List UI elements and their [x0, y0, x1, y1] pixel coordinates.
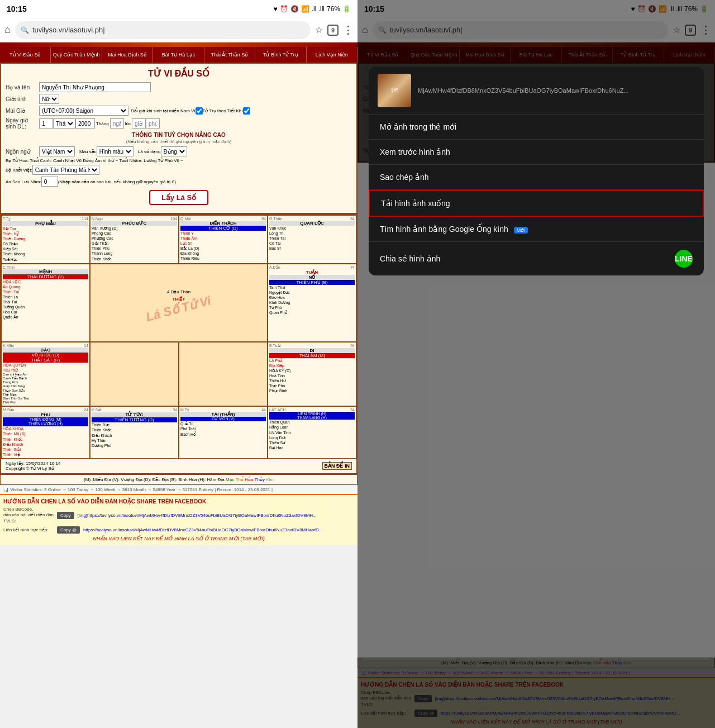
link-label: Liên kết hình trực tiếp:	[3, 527, 54, 532]
form-row-hoten: Họ và tên	[6, 82, 352, 92]
home-icon-left[interactable]: ⌂	[4, 24, 11, 36]
bookmark-icon-left[interactable]: ☆	[315, 25, 323, 35]
url-box-left[interactable]: 🔍 tuvilyso.vn/lasotuvi.ph|	[15, 21, 311, 39]
more-icon-left[interactable]: ⋮	[343, 24, 353, 36]
visitor-text-left: 📊 Visitor Statistics: 3 Online → 100 Tod…	[3, 487, 273, 492]
cell-phucduc: N.Ngo104 PHÚC ĐỨC Văn Xương (D)Phong Cáo…	[90, 215, 179, 264]
browser-bar-left[interactable]: ⌂ 🔍 tuvilyso.vn/lasotuvi.ph| ☆ 9 ⋮	[0, 18, 358, 42]
center-cell-cont1	[90, 342, 179, 407]
center-cell: 4.Dậu Thân THIẾT Lá Số Tử Vi	[90, 264, 268, 342]
cell-di: B.Tuất64 DI THÁI ÂM (M) LÁ PhủĐịa Kiếp H…	[268, 342, 356, 407]
bokhoiviet-label: Bộ Khởi Việt:	[6, 168, 32, 173]
ornament-bar-top-left	[0, 42, 358, 47]
cell-no: A.Dậu74 TUẦN NỔ THIÊN PHỤ (B) Tam ThaiNg…	[268, 264, 356, 342]
form-area-left: TỬ VI ĐẦU SỐ Họ và tên Giới tính Nữ Múi …	[0, 63, 358, 214]
mausac-select[interactable]: Hình màu	[97, 146, 134, 156]
hoten-input[interactable]	[39, 82, 151, 92]
guide-link-row: Liên kết hình trực tiếp: Copy @ https://…	[3, 526, 354, 534]
tutru-checkbox2[interactable]	[243, 107, 250, 115]
gioi-label: Giới tính	[6, 96, 39, 102]
ansao-input[interactable]	[41, 177, 58, 187]
nav-item-battu[interactable]: Bát Tự Hà Lạc	[153, 47, 204, 63]
zodiac-grid-left: T.Tỵ114 PHỤ MẪU Bắt ToaThiên HỷThiếu Dươ…	[0, 214, 358, 474]
context-menu-url-text: MjAwMHw4fDIzfDB8MnxOZ3V54buFbiBUaOG7iyBO…	[418, 87, 695, 94]
thumbnail-image: 🗺	[378, 74, 411, 107]
form-row-bokhoiviet: Bộ Khởi Việt: Canh Tân Phùng Mã Hổ	[6, 165, 352, 175]
heart-icon: ♥	[274, 5, 278, 13]
visitor-bar-left: 📊 Visitor Statistics: 3 Online → 100 Tod…	[0, 485, 358, 494]
form-row-ngonngu: Ngôn ngữ Việt Nam Màu sắc Hình màu Lá số…	[6, 146, 352, 156]
nav-item-quyco[interactable]: Quý Cốc Toàn Mệnh	[51, 47, 102, 63]
cell-tutu: K.Sửu34 TỬ TỨC THIÊN TƯỚNG (D) Thiên Đức…	[90, 406, 179, 459]
form-row-gioi: Giới tính Nữ	[6, 94, 352, 104]
guide-title-left: HƯỚNG DẪN CHÈN LÁ SỐ VÀO DIỄN ĐÀN HOẶC S…	[3, 498, 354, 505]
luc-text: lúc	[125, 121, 131, 126]
cell-bao: K.Mão14 BÀO VŨ KHÚC (D) THẤT SÁT (H) HỎA…	[1, 342, 90, 407]
hoten-label: Họ và tên	[6, 84, 39, 91]
cell-latach: LÁT ÁCH54 LIÊM TRINH (H) THAM LANG (H) T…	[268, 406, 356, 459]
menu-item-share[interactable]: Chia sẻ hình ảnh LINE	[369, 242, 704, 275]
site-nav-left: Tử Vi Đầu Số Quý Cốc Toàn Mệnh Mai Hoa D…	[0, 47, 358, 63]
right-phone-panel: 10:15 ♥ ⏰ 🔇 📶 .il .ill 76% 🔋 ⌂ 🔍 tuvilys…	[358, 0, 715, 728]
doi-gio-text: Đổi giờ khi sinh tại miền Nam Vì	[131, 108, 196, 113]
alarm-icon: ⏰	[280, 5, 288, 13]
gioi-select[interactable]: Nữ	[39, 94, 59, 104]
section-sub: (Nếu không cần thiết thì giờ nguyên giá …	[6, 139, 352, 144]
section-title: THÔNG TIN TUỲ CHỌN NÂNG CAO	[6, 132, 352, 138]
botuhoa-text: Bộ Tử Hoa: Tuổi Canh: Canh Nhật Vũ Đồng …	[6, 158, 183, 163]
new-badge: Mới	[514, 227, 528, 234]
form-row-ngaysinh: Ngày giờ sinh DL: Tháng Tháng lúc	[6, 117, 352, 130]
month-select[interactable]: Tháng	[53, 118, 75, 129]
muigio-label: Múi Giờ	[6, 108, 39, 114]
ngay-input[interactable]	[110, 118, 124, 129]
nav-item-lichv[interactable]: Lịch Vạn Niên	[307, 47, 358, 63]
menu-item-open-new-tab[interactable]: Mở ảnh trong thẻ mới	[369, 115, 704, 140]
ansao-sub: (Nhập năm cần an sao lưu, nếu không giữ …	[58, 179, 176, 184]
status-icons-left: ♥ ⏰ 🔇 📶 .il .ill 76% 🔋	[274, 5, 351, 13]
cell-tai: M.Tý44 TÀI (THẦN) CỰ MÔN (V) Quả TúPhá T…	[179, 406, 268, 459]
menu-item-preview[interactable]: Xem trước hình ảnh	[369, 140, 704, 165]
nav-item-tuvi[interactable]: Tử Vi Đầu Số	[0, 47, 51, 63]
form-title-left: TỬ VI ĐẦU SỐ	[6, 68, 352, 79]
copy-bbcode-button[interactable]: Copy	[57, 512, 74, 519]
cell-quanloc: G.Thân84 QUAN LỘC Văn KhúcLong TrìThiên …	[268, 215, 356, 264]
day-input[interactable]	[39, 118, 53, 129]
lasodang-select[interactable]: Đứng	[161, 146, 187, 156]
nav-item-maiho[interactable]: Mai Hoa Dịch Số	[102, 47, 153, 63]
nav-item-thaia[interactable]: Thái Ất Thần Số	[204, 47, 255, 63]
phut-input[interactable]	[146, 118, 160, 129]
ban-in-badge: BẢN ĐỂ IN	[322, 462, 352, 470]
thang-text: Tháng	[96, 121, 109, 126]
menu-item-copy-image[interactable]: Sao chép ảnh	[369, 165, 704, 190]
year-input[interactable]	[75, 118, 95, 129]
tutru-checkbox[interactable]	[196, 107, 203, 115]
cell-menh: C.Thìn MỆNH THÁI DƯƠNG (V) HỌA LỘCÂn Qua…	[1, 264, 90, 342]
bokhoiviet-select[interactable]: Canh Tân Phùng Mã Hổ	[32, 165, 99, 175]
cell-phumau: T.Tỵ114 PHỤ MẪU Bắt ToaThiên HỷThiếu Dươ…	[1, 215, 90, 264]
lasodang-label: Lá số dạng	[138, 149, 161, 154]
form-row-muigio: Múi Giờ (UTC+07:00) Saigon Đổi giờ khi s…	[6, 106, 352, 116]
time-left: 10:15	[7, 4, 27, 13]
ngonngu-select[interactable]: Việt Nam	[39, 146, 75, 156]
gio-input[interactable]	[132, 118, 146, 129]
mute-icon: 🔇	[290, 5, 299, 13]
bbcode-url: [img]https://tuvilyso.vn/lasotuvi/MjAwMH…	[78, 513, 317, 518]
zodiac-footer: Ngày lấy: 15/07/2024 10:14 Copyright © T…	[1, 459, 356, 473]
guide-bbcode-row: Chép BBCode,dán vào bài viết diễn đànTVL…	[3, 507, 354, 524]
menu-item-google-lens[interactable]: Tìm hình ảnh bằng Google Ống kính Mới	[369, 217, 704, 242]
center-cell-cont2	[179, 342, 268, 407]
tab-badge-left[interactable]: 9	[327, 25, 339, 36]
url-text-left: tuvilyso.vn/lasotuvi.ph|	[32, 26, 305, 34]
layso-button[interactable]: Lấy Lá Số	[149, 190, 208, 205]
menu-item-download[interactable]: Tải hình ảnh xuống	[369, 190, 704, 217]
bbcode-label: Chép BBCode,dán vào bài viết diễn đànTVL…	[3, 507, 54, 524]
search-icon-left: 🔍	[21, 26, 29, 34]
tu-tru-text: Tử Trụ theo Tiết Khí	[203, 108, 243, 113]
wifi-icon: 📶	[301, 5, 309, 13]
copy-link-button[interactable]: Copy @	[57, 526, 80, 534]
guide-section-left: HƯỚNG DẪN CHÈN LÁ SỐ VÀO DIỄN ĐÀN HOẶC S…	[0, 494, 358, 545]
nav-item-tubin[interactable]: Tử Bình Tử Trụ	[255, 47, 306, 63]
battery-icon: 🔋	[342, 5, 351, 13]
form-row-botuhoa: Bộ Tử Hoa: Tuổi Canh: Canh Nhật Vũ Đồng …	[6, 158, 352, 163]
muigio-select[interactable]: (UTC+07:00) Saigon	[39, 106, 128, 116]
